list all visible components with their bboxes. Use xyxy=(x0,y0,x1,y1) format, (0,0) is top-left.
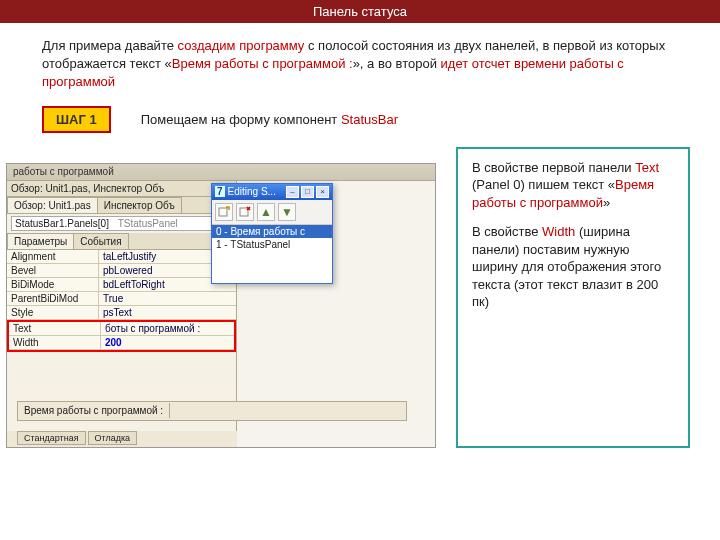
panel-item-1[interactable]: 1 - TStatusPanel xyxy=(212,238,332,251)
callout-box: В свойстве первой панели Text (Panel 0) … xyxy=(456,147,690,448)
inspector-top-tabs: Обзор: Unit1.pas Инспектор Объ xyxy=(7,197,236,214)
intro-text: Для примера давайте создадим программу с… xyxy=(0,23,720,96)
add-panel-icon[interactable] xyxy=(215,203,233,221)
tab-inspector[interactable]: Инспектор Объ xyxy=(97,197,182,213)
panel-item-0[interactable]: 0 - Время работы с xyxy=(212,225,332,238)
screenshot: работы с программой Обзор: Unit1.pas, Ин… xyxy=(6,163,436,448)
statusbar-panel-0: Время работы с программой : xyxy=(18,403,170,418)
prop-row: BiDiModebdLeftToRight xyxy=(7,278,236,292)
tab-properties[interactable]: Параметры xyxy=(7,233,74,249)
delete-panel-icon[interactable] xyxy=(236,203,254,221)
popup-icon: 7 xyxy=(215,186,225,197)
object-selector[interactable]: StatusBar1.Panels[0] TStatusPanel xyxy=(11,216,232,231)
prop-row: BevelpbLowered xyxy=(7,264,236,278)
prop-row: StylepsText xyxy=(7,306,236,320)
svg-rect-0 xyxy=(219,208,227,216)
bottom-tab[interactable]: Стандартная xyxy=(17,431,86,445)
maximize-icon[interactable]: □ xyxy=(301,186,314,198)
close-icon[interactable]: × xyxy=(316,186,329,198)
step-row: ШАГ 1 Помещаем на форму компонент Status… xyxy=(42,106,720,133)
object-inspector: Обзор: Unit1.pas, Инспектор Объ Обзор: U… xyxy=(7,181,237,431)
move-down-icon[interactable]: ▼ xyxy=(278,203,296,221)
prop-event-tabs: Параметры События xyxy=(7,233,236,250)
move-up-icon[interactable]: ▲ xyxy=(257,203,275,221)
slide-header: Панель статуса xyxy=(0,0,720,23)
prop-row-width: Width200 xyxy=(9,336,234,350)
statusbar-preview: Время работы с программой : xyxy=(17,401,407,421)
window-title: работы с программой xyxy=(7,164,435,181)
panels-list: 0 - Время работы с 1 - TStatusPanel xyxy=(212,225,332,283)
prop-row: AlignmenttaLeftJustify xyxy=(7,250,236,264)
minimize-icon[interactable]: – xyxy=(286,186,299,198)
prop-row: ParentBiDiModTrue xyxy=(7,292,236,306)
step-text: Помещаем на форму компонент StatusBar xyxy=(141,112,398,127)
tab-events[interactable]: События xyxy=(73,233,128,249)
step-badge: ШАГ 1 xyxy=(42,106,111,133)
inspector-title: Обзор: Unit1.pas, Инспектор Объ xyxy=(7,181,236,197)
bottom-tab[interactable]: Отладка xyxy=(88,431,138,445)
highlighted-props: Textботы с программой : Width200 xyxy=(7,320,236,352)
prop-row-text: Textботы с программой : xyxy=(9,322,234,336)
popup-toolbar: ▲ ▼ xyxy=(212,200,332,225)
panels-editor-popup: 7 Editing S... – □ × ▲ ▼ 0 - Время xyxy=(211,183,333,284)
header-title: Панель статуса xyxy=(313,4,407,19)
tab-obzor[interactable]: Обзор: Unit1.pas xyxy=(7,197,98,213)
popup-title: Editing S... xyxy=(228,186,286,197)
bottom-tabs: Стандартная Отладка xyxy=(17,431,137,445)
